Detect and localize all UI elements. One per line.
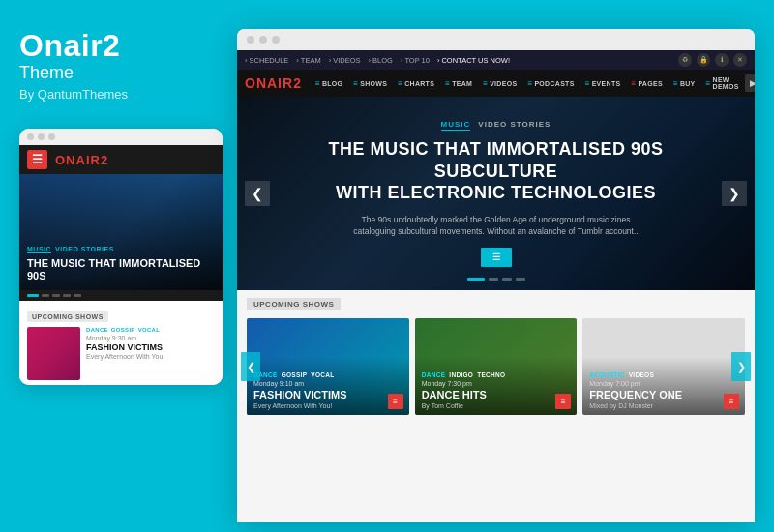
nav-charts-label: CHARTS [404, 80, 434, 87]
show-card-1-tags: DANCE GOSSIP VOCAL [253, 371, 402, 378]
show-3-tag-1: ACOUSTIC [589, 371, 624, 378]
mobile-shows-label: UPCOMING SHOWS [27, 311, 108, 322]
show-card-2: DANCE INDIGO TECHNO Monday 7:30 pm DANCE… [415, 318, 578, 415]
nav-play-btn[interactable]: ▶ [745, 74, 755, 92]
topbar-team-label: TEAM [301, 56, 321, 65]
theme-title: Onair2 [19, 29, 120, 63]
mobile-nav-dot-3[interactable] [52, 294, 60, 297]
shows-prev-button[interactable]: ❮ [241, 352, 260, 381]
mobile-nav-dot-4[interactable] [63, 294, 71, 297]
nav-buy[interactable]: ≡ BUY [669, 76, 700, 91]
site-navbar: ONAIR2 ≡ BLOG ≡ SHOWS ≡ CHARTS ≡ TEAM ≡ … [237, 70, 755, 97]
mobile-show-image [27, 327, 80, 380]
site-hero: ❮ MUSIC VIDEO STORIES THE MUSIC THAT IMM… [237, 97, 755, 290]
nav-demos-icon: ≡ [706, 79, 711, 88]
browser-titlebar [237, 29, 755, 50]
mobile-tag-music: MUSIC [27, 246, 51, 253]
hero-prev-button[interactable]: ❮ [245, 181, 270, 206]
theme-subtitle: Theme [19, 63, 74, 83]
topbar-schedule[interactable]: › SCHEDULE [245, 56, 288, 65]
topbar-icon-close[interactable]: ✕ [733, 53, 747, 67]
nav-podcasts[interactable]: ≡ PODCASTS [522, 76, 579, 91]
mobile-hamburger-icon[interactable]: ☰ [27, 150, 47, 169]
mobile-show-image-inner [27, 327, 80, 380]
mobile-nav-dot-5[interactable] [74, 294, 81, 297]
show-card-3: ACOUSTIC VIDEOS Monday 7:00 pm FREQUENCY… [582, 318, 745, 415]
topbar-top10[interactable]: › TOP 10 [401, 56, 430, 65]
nav-demos[interactable]: ≡ NEW DEMOS [701, 74, 744, 93]
nav-videos[interactable]: ≡ VIDEOS [478, 76, 521, 91]
nav-shows-icon: ≡ [353, 79, 358, 88]
nav-team-label: TEAM [452, 80, 472, 87]
mobile-nav-dot-2[interactable] [42, 294, 49, 297]
hero-next-icon: ❯ [729, 186, 740, 201]
hero-dot-1[interactable] [467, 278, 485, 281]
topbar-blog[interactable]: › BLOG [369, 56, 393, 65]
nav-buy-icon: ≡ [673, 79, 678, 88]
hero-tag-music: MUSIC [441, 120, 471, 131]
show-2-tag-3: TECHNO [477, 371, 505, 378]
nav-team-icon: ≡ [445, 79, 450, 88]
mobile-dot-1 [27, 133, 34, 140]
mobile-logo-accent: 2 [101, 153, 108, 167]
nav-blog-icon: ≡ [315, 79, 320, 88]
show-1-time: Monday 9:10 am [253, 380, 402, 387]
show-1-tag-3: VOCAL [311, 371, 334, 378]
hero-content: MUSIC VIDEO STORIES THE MUSIC THAT IMMOR… [237, 97, 755, 290]
topbar-icon-refresh[interactable]: ♻ [678, 53, 692, 67]
mobile-hero-title: THE MUSIC THAT IMMORTALISED 90S [27, 257, 215, 282]
show-3-tag-2: VIDEOS [629, 371, 654, 378]
show-2-tag-2: INDIGO [449, 371, 473, 378]
nav-charts[interactable]: ≡ CHARTS [393, 76, 439, 91]
show-2-sub: By Tom Coffie [422, 402, 571, 409]
topbar-blog-arrow: › [369, 56, 372, 65]
hero-next-button[interactable]: ❯ [722, 181, 747, 206]
hero-dot-2[interactable] [489, 278, 498, 281]
show-2-tag-1: DANCE [422, 371, 446, 378]
nav-shows-label: SHOWS [360, 80, 387, 87]
topbar-videos[interactable]: › VIDEOS [329, 56, 361, 65]
topbar-contact[interactable]: › CONTACT US NOW! [437, 56, 510, 65]
mobile-show-tag-1: DANCE [86, 327, 108, 333]
topbar-icon-info[interactable]: ℹ [715, 53, 729, 67]
nav-shows[interactable]: ≡ SHOWS [348, 76, 392, 91]
hero-dot-4[interactable] [516, 278, 525, 281]
hero-title-line2: WITH ELECTRONIC TECHNOLOGIES [336, 183, 656, 202]
site-logo: ONAIR2 [245, 75, 302, 91]
mobile-show-tag-3: VOCAL [138, 327, 161, 333]
mobile-show-time: Monday 9:30 am [86, 335, 164, 341]
hero-title: THE MUSIC THAT IMMORTALISED 90S SUBCULTU… [295, 138, 697, 204]
topbar-videos-arrow: › [329, 56, 332, 65]
site-logo-text: ONAIR [245, 75, 293, 91]
theme-by: By QantumThemes [19, 87, 128, 102]
browser-mockup: › SCHEDULE › TEAM › VIDEOS › BLOG › TOP … [237, 29, 755, 522]
mobile-nav-dot-1[interactable] [27, 294, 39, 297]
left-panel: Onair2 Theme By QantumThemes ☰ ONAIR2 MU… [0, 0, 237, 532]
nav-videos-icon: ≡ [483, 79, 488, 88]
show-1-title: FASHION VICTIMS [253, 389, 402, 401]
topbar-videos-label: VIDEOS [333, 56, 360, 65]
mobile-nav: ☰ ONAIR2 [19, 145, 223, 174]
nav-blog[interactable]: ≡ BLOG [311, 76, 347, 91]
mobile-mockup: ☰ ONAIR2 MUSIC VIDEO STORIES THE MUSIC T… [19, 129, 223, 385]
show-3-sub: Mixed by DJ Monster [589, 402, 738, 409]
show-1-sub: Every Afternoon With You! [253, 402, 402, 409]
hero-description: The 90s undoubtedly marked the Golden Ag… [351, 214, 641, 239]
hero-dot-3[interactable] [502, 278, 512, 281]
topbar-team[interactable]: › TEAM [296, 56, 320, 65]
topbar-icon-lock[interactable]: 🔒 [697, 53, 710, 67]
nav-pages-label: PAGES [638, 80, 663, 87]
nav-events[interactable]: ≡ EVENTS [580, 76, 626, 91]
nav-team[interactable]: ≡ TEAM [440, 76, 477, 91]
nav-pages[interactable]: ≡ PAGES [626, 76, 667, 91]
show-2-title: DANCE HITS [422, 389, 571, 401]
mobile-logo-text: ONAIR [55, 153, 101, 167]
shows-section: UPCOMING SHOWS ❮ DANCE GOSSIP VOCAL Mond… [237, 290, 755, 522]
hero-cta-button[interactable]: ☰ [481, 248, 512, 267]
topbar-contact-arrow: › [437, 56, 440, 65]
shows-next-button[interactable]: ❯ [731, 352, 751, 381]
nav-demos-label: NEW DEMOS [713, 76, 739, 90]
show-1-tag-2: GOSSIP [282, 371, 308, 378]
nav-charts-icon: ≡ [398, 79, 402, 88]
mobile-titlebar [19, 129, 223, 145]
